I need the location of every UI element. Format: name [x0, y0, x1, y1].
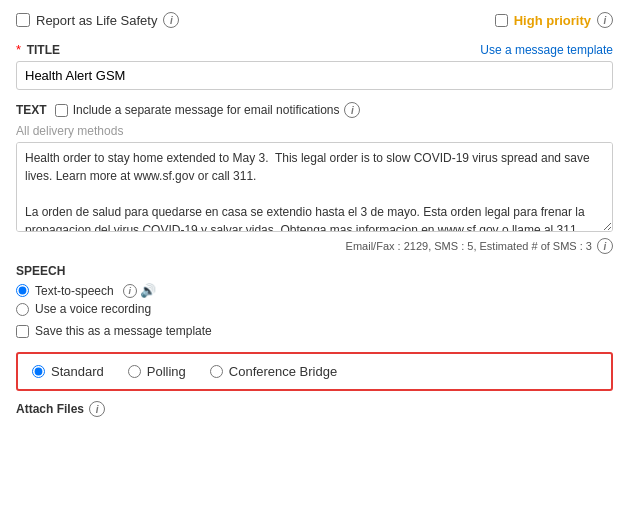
conference-bridge-radio[interactable] — [210, 365, 223, 378]
attach-files-row: Attach Files i — [16, 401, 613, 417]
delivery-methods-label: All delivery methods — [16, 124, 613, 138]
email-checkbox-label: Include a separate message for email not… — [55, 102, 361, 118]
email-notifications-checkbox[interactable] — [55, 104, 68, 117]
report-life-safety-label: Report as Life Safety — [36, 13, 157, 28]
title-label-group: * TITLE — [16, 42, 60, 57]
high-priority-checkbox[interactable] — [495, 14, 508, 27]
required-star: * — [16, 42, 21, 57]
conference-bridge-option: Conference Bridge — [210, 364, 337, 379]
title-row: * TITLE Use a message template — [16, 42, 613, 57]
standard-option: Standard — [32, 364, 104, 379]
high-priority-label: High priority — [514, 13, 591, 28]
email-notifications-info-icon[interactable]: i — [344, 102, 360, 118]
text-label: TEXT — [16, 103, 47, 117]
report-life-safety-info-icon[interactable]: i — [163, 12, 179, 28]
standard-label: Standard — [51, 364, 104, 379]
tts-info-icon[interactable]: i — [123, 284, 137, 298]
attach-files-label: Attach Files — [16, 402, 84, 416]
speech-label: SPEECH — [16, 264, 613, 278]
email-notifications-label: Include a separate message for email not… — [73, 103, 340, 117]
conference-bridge-label: Conference Bridge — [229, 364, 337, 379]
voice-recording-label: Use a voice recording — [35, 302, 151, 316]
tts-label: Text-to-speech — [35, 284, 114, 298]
report-life-safety-checkbox[interactable] — [16, 13, 30, 27]
polling-label: Polling — [147, 364, 186, 379]
top-row: Report as Life Safety i High priority i — [16, 12, 613, 28]
high-priority-info-icon[interactable]: i — [597, 12, 613, 28]
save-template-label: Save this as a message template — [35, 324, 212, 338]
text-row: TEXT Include a separate message for emai… — [16, 102, 613, 118]
bottom-options-box: Standard Polling Conference Bridge — [16, 352, 613, 391]
stats-row: Email/Fax : 2129, SMS : 5, Estimated # o… — [16, 238, 613, 254]
tts-row: Text-to-speech i 🔊 — [16, 283, 613, 298]
voice-recording-row: Use a voice recording — [16, 302, 613, 316]
polling-radio[interactable] — [128, 365, 141, 378]
voice-recording-radio[interactable] — [16, 303, 29, 316]
high-priority-group: High priority i — [495, 12, 613, 28]
attach-files-info-icon[interactable]: i — [89, 401, 105, 417]
tts-speaker-icon[interactable]: 🔊 — [140, 283, 156, 298]
tts-icons: i 🔊 — [123, 283, 156, 298]
use-template-link[interactable]: Use a message template — [480, 43, 613, 57]
title-input[interactable] — [16, 61, 613, 90]
page-container: Report as Life Safety i High priority i … — [0, 0, 629, 429]
report-life-safety-group: Report as Life Safety i — [16, 12, 179, 28]
stats-text: Email/Fax : 2129, SMS : 5, Estimated # o… — [346, 240, 592, 252]
polling-option: Polling — [128, 364, 186, 379]
speech-section: SPEECH Text-to-speech i 🔊 Use a voice re… — [16, 264, 613, 316]
message-textarea[interactable]: Health order to stay home extended to Ma… — [16, 142, 613, 232]
standard-radio[interactable] — [32, 365, 45, 378]
save-template-checkbox[interactable] — [16, 325, 29, 338]
stats-info-icon[interactable]: i — [597, 238, 613, 254]
save-template-row: Save this as a message template — [16, 324, 613, 338]
title-label: TITLE — [27, 43, 60, 57]
tts-radio[interactable] — [16, 284, 29, 297]
